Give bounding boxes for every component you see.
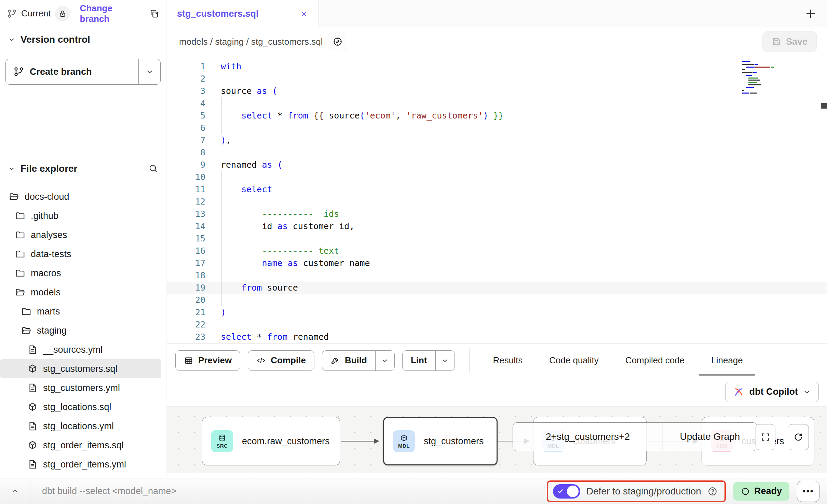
close-icon[interactable] bbox=[299, 10, 308, 18]
line-number: 17 bbox=[167, 257, 205, 269]
code-line-11[interactable]: 11 select bbox=[167, 183, 827, 196]
tree-item-stg-locations-sql[interactable]: stg_locations.sql bbox=[0, 397, 161, 417]
tree-item-stg-order-items-yml[interactable]: stg_order_items.yml bbox=[0, 455, 161, 474]
tree-item-label: models bbox=[31, 287, 60, 298]
code-line-21[interactable]: 21) bbox=[167, 306, 827, 319]
build-dropdown[interactable] bbox=[375, 351, 394, 370]
spacer bbox=[167, 473, 827, 478]
code-line-18[interactable]: 18 bbox=[167, 269, 827, 282]
tree-item-analyses[interactable]: analyses bbox=[0, 225, 161, 244]
defer-toggle[interactable] bbox=[553, 484, 580, 499]
tree-item-docs-cloud[interactable]: docs-cloud bbox=[0, 187, 161, 206]
code-line-15[interactable]: 15 bbox=[167, 233, 827, 245]
code-line-1[interactable]: 1with bbox=[167, 60, 827, 73]
lineage-canvas[interactable]: SRC ecom.raw_customers MDL stg_customers bbox=[167, 406, 827, 473]
tree-item-macros[interactable]: macros bbox=[0, 264, 161, 283]
toggle-knob bbox=[567, 486, 579, 497]
code-line-14[interactable]: 14 id as customer_id, bbox=[167, 220, 827, 233]
minimap[interactable] bbox=[741, 60, 785, 96]
code-line-9[interactable]: 9renamed as ( bbox=[167, 159, 827, 171]
new-tab-button[interactable] bbox=[804, 8, 817, 20]
tree-item-stg-customers-sql[interactable]: stg_customers.sql bbox=[0, 359, 161, 378]
code-line-3[interactable]: 3source as ( bbox=[167, 85, 827, 97]
panel-tab-lineage[interactable]: Lineage bbox=[711, 344, 743, 377]
tree-item-staging[interactable]: staging bbox=[0, 321, 161, 340]
tree-item--sources-yml[interactable]: __sources.yml bbox=[0, 340, 161, 359]
build-button[interactable]: Build bbox=[322, 350, 395, 371]
panel-tab-results[interactable]: Results bbox=[493, 344, 523, 377]
database-icon bbox=[218, 434, 226, 442]
code-line-6[interactable]: 6 bbox=[167, 122, 827, 134]
code-line-12[interactable]: 12 bbox=[167, 196, 827, 208]
file-explorer-header[interactable]: File explorer bbox=[8, 163, 159, 174]
code-line-16[interactable]: 16 ---------- text bbox=[167, 245, 827, 257]
code-line-20[interactable]: 20 bbox=[167, 294, 827, 306]
save-button[interactable]: Save bbox=[762, 31, 817, 52]
tree-item-stg-order-items-sql[interactable]: stg_order_items.sql bbox=[0, 436, 161, 455]
tree-item-marts[interactable]: marts bbox=[0, 302, 161, 321]
lineage-node-source[interactable]: SRC ecom.raw_customers bbox=[202, 417, 340, 465]
lint-button[interactable]: Lint bbox=[402, 350, 455, 371]
divider bbox=[30, 478, 30, 504]
command-input[interactable]: dbt build --select <model_name> bbox=[42, 486, 176, 496]
create-branch-button[interactable]: Create branch bbox=[5, 59, 161, 85]
code-editor[interactable]: 1with23source as (45 select * from {{ so… bbox=[167, 56, 827, 343]
tree-item-models[interactable]: models bbox=[0, 283, 161, 302]
refresh-button[interactable] bbox=[788, 424, 809, 450]
update-graph-button[interactable]: Update Graph bbox=[663, 423, 757, 451]
code-line-7[interactable]: 7), bbox=[167, 134, 827, 146]
tree-item--github[interactable]: .github bbox=[0, 206, 161, 225]
preview-button[interactable]: Preview bbox=[175, 350, 240, 371]
panel-tab-code-quality[interactable]: Code quality bbox=[549, 344, 599, 377]
code-line-17[interactable]: 17 name as customer_name bbox=[167, 257, 827, 269]
more-options-button[interactable]: ••• bbox=[797, 481, 819, 502]
create-branch-dropdown[interactable] bbox=[138, 59, 160, 84]
code-text: select * from {{ source('ecom', 'raw_cus… bbox=[221, 110, 504, 122]
status-badge[interactable]: Ready bbox=[733, 482, 789, 501]
code-line-22[interactable]: 22 bbox=[167, 319, 827, 331]
refresh-icon bbox=[793, 432, 803, 442]
code-line-10[interactable]: 10 bbox=[167, 171, 827, 183]
line-number: 22 bbox=[167, 319, 205, 331]
folder-icon bbox=[15, 268, 25, 278]
indent-guide bbox=[242, 196, 242, 269]
code-line-13[interactable]: 13 ---------- ids bbox=[167, 208, 827, 220]
compile-button[interactable]: Compile bbox=[248, 350, 314, 371]
line-number: 21 bbox=[167, 306, 205, 319]
badge-label: MDL bbox=[398, 443, 410, 449]
code-line-19[interactable]: 19 from source bbox=[167, 282, 827, 294]
code-line-4[interactable]: 4 bbox=[167, 97, 827, 110]
help-icon[interactable] bbox=[707, 486, 718, 496]
tree-item-stg-locations-yml[interactable]: stg_locations.yml bbox=[0, 417, 161, 436]
copy-icon[interactable] bbox=[149, 9, 159, 19]
scrollbar-thumb[interactable] bbox=[821, 103, 827, 109]
tree-item-data-tests[interactable]: data-tests bbox=[0, 244, 161, 264]
file-icon bbox=[27, 383, 38, 393]
code-text: select * from renamed bbox=[221, 331, 329, 343]
tab-stg-customers-sql[interactable]: stg_customers.sql bbox=[167, 0, 319, 28]
code-line-8[interactable]: 8 bbox=[167, 146, 827, 159]
version-control-header[interactable]: Version control bbox=[8, 34, 90, 45]
collapse-panel-button[interactable] bbox=[0, 487, 30, 496]
code-line-23[interactable]: 23select * from renamed bbox=[167, 331, 827, 343]
lint-dropdown[interactable] bbox=[435, 351, 455, 370]
tree-item-label: data-tests bbox=[31, 249, 71, 260]
fullscreen-button[interactable] bbox=[756, 424, 775, 450]
lineage-node-stg-customers[interactable]: MDL stg_customers bbox=[383, 417, 498, 465]
code-text: ---------- ids bbox=[221, 208, 339, 220]
dbt-copilot-button[interactable]: dbt Copilot bbox=[725, 382, 819, 402]
line-number: 12 bbox=[167, 196, 205, 208]
search-icon[interactable] bbox=[148, 164, 159, 174]
tree-item-stg-customers-yml[interactable]: stg_customers.yml bbox=[0, 378, 161, 397]
lineage-selector-input[interactable]: 2+stg_customers+2 bbox=[513, 423, 663, 451]
panel-tab-compiled-code[interactable]: Compiled code bbox=[625, 344, 684, 377]
code-line-5[interactable]: 5 select * from {{ source('ecom', 'raw_c… bbox=[167, 110, 827, 122]
change-branch-link[interactable]: Change branch bbox=[80, 3, 143, 24]
node-label: stg_customers bbox=[424, 436, 484, 447]
compass-icon[interactable] bbox=[328, 32, 347, 51]
save-icon bbox=[772, 37, 781, 46]
vertical-scrollbar[interactable] bbox=[820, 56, 827, 343]
version-control-title: Version control bbox=[21, 34, 90, 45]
code-line-2[interactable]: 2 bbox=[167, 73, 827, 85]
folder-open-icon bbox=[9, 192, 19, 202]
